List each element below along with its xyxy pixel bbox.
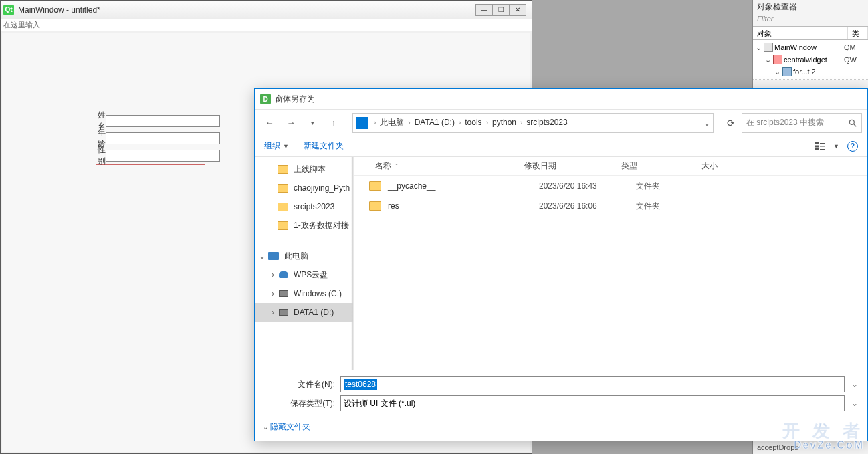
chevron-down-icon[interactable]: ▼ bbox=[833, 143, 839, 150]
save-as-dialog: D 窗体另存为 ← → ▾ ↑ › 此电脑›DATA1 (D:)›tools›p… bbox=[254, 88, 868, 441]
file-name-cell: res bbox=[388, 201, 539, 211]
save-type-value: 设计师 UI 文件 (*.ui) bbox=[344, 398, 415, 409]
tree-expand-icon[interactable]: ⌄ bbox=[754, 43, 762, 52]
tree-node-name: for...t 2 bbox=[793, 68, 844, 76]
folder-tree-item[interactable]: ›DATA1 (D:) bbox=[255, 303, 353, 322]
inspector-filter[interactable]: Filter bbox=[753, 13, 868, 27]
file-list[interactable]: 名称˄ 修改日期 类型 大小 __pycache__2023/6/20 16:4… bbox=[354, 157, 867, 370]
form-layout-widget[interactable]: 姓名 年龄 性别 bbox=[96, 112, 205, 165]
address-dropdown-icon[interactable]: ⌄ bbox=[703, 118, 710, 128]
help-button[interactable]: ? bbox=[847, 141, 858, 152]
file-name-dropdown[interactable]: ⌄ bbox=[849, 380, 861, 389]
dlg-nav-row: ← → ▾ ↑ › 此电脑›DATA1 (D:)›tools›python›sr… bbox=[255, 109, 867, 136]
new-folder-button[interactable]: 新建文件夹 bbox=[304, 140, 344, 152]
tree-caret-icon[interactable]: › bbox=[268, 308, 278, 317]
svg-line-1 bbox=[854, 124, 857, 126]
nav-forward-button[interactable]: → bbox=[282, 114, 300, 132]
chevron-right-icon[interactable]: › bbox=[408, 119, 410, 126]
folder-tree[interactable]: 上线脚本chaojiying_Pythsrcipts20231-政务数据对接⌄此… bbox=[255, 157, 354, 370]
breadcrumb-item[interactable]: tools bbox=[464, 116, 482, 128]
save-type-field[interactable]: 设计师 UI 文件 (*.ui) bbox=[340, 395, 845, 411]
dlg-titlebar: D 窗体另存为 bbox=[255, 89, 867, 109]
minimize-button[interactable]: — bbox=[475, 4, 493, 16]
folder-tree-item[interactable]: chaojiying_Pyth bbox=[255, 179, 353, 197]
folder-tree-item[interactable]: ›WPS云盘 bbox=[255, 265, 353, 284]
breadcrumb-item[interactable]: srcipts2023 bbox=[526, 116, 568, 128]
input-name[interactable] bbox=[106, 115, 220, 127]
save-type-dropdown[interactable]: ⌄ bbox=[849, 399, 861, 408]
chevron-right-icon[interactable]: › bbox=[374, 119, 376, 126]
chevron-down-icon: ▼ bbox=[283, 143, 289, 150]
tree-item-label: chaojiying_Pyth bbox=[294, 183, 350, 193]
chevron-right-icon[interactable]: › bbox=[520, 119, 522, 126]
chevron-right-icon[interactable]: › bbox=[486, 119, 488, 126]
col-name-header[interactable]: 名称˄ bbox=[354, 160, 524, 172]
tree-caret-icon[interactable]: ⌄ bbox=[257, 251, 267, 261]
breadcrumb-item[interactable]: DATA1 (D:) bbox=[414, 116, 455, 128]
tree-caret-icon[interactable]: › bbox=[268, 289, 278, 298]
tree-expand-icon[interactable]: ⌄ bbox=[773, 68, 781, 76]
file-list-row[interactable]: res2023/6/26 16:06文件夹 bbox=[354, 196, 867, 216]
file-name-label: 文件名(N): bbox=[261, 379, 336, 390]
qt-logo-icon: Qt bbox=[3, 5, 14, 15]
layout-icon bbox=[782, 67, 792, 76]
folder-icon bbox=[278, 203, 288, 211]
col-date-header[interactable]: 修改日期 bbox=[524, 160, 621, 172]
organize-menu[interactable]: 组织 ▼ bbox=[264, 140, 289, 152]
inspector-tree[interactable]: ⌄MainWindowQM⌄centralwidgetQW⌄for...t 2 bbox=[753, 40, 868, 80]
search-placeholder: 在 srcipts2023 中搜索 bbox=[746, 117, 844, 128]
tree-node-name: MainWindow bbox=[774, 43, 844, 51]
dlg-fields: 文件名(N): test0628 ⌄ 保存类型(T): 设计师 UI 文件 (*… bbox=[255, 370, 867, 413]
folder-icon bbox=[369, 181, 381, 191]
qt-menubar-hint[interactable]: 在这里输入 bbox=[1, 19, 532, 31]
chevron-down-icon[interactable]: ⌄ bbox=[263, 423, 268, 431]
folder-icon bbox=[278, 221, 288, 230]
widget-icon bbox=[773, 55, 782, 64]
refresh-button[interactable]: ⟳ bbox=[727, 118, 735, 128]
tree-item-label: 1-政务数据对接 bbox=[294, 220, 349, 231]
input-age[interactable] bbox=[106, 132, 220, 144]
chevron-right-icon[interactable]: › bbox=[459, 119, 461, 126]
input-gender[interactable] bbox=[106, 150, 220, 162]
close-button[interactable]: ✕ bbox=[509, 4, 526, 16]
inspector-tree-item[interactable]: ⌄centralwidgetQW bbox=[754, 53, 867, 66]
col-type-header[interactable]: 类型 bbox=[621, 160, 701, 172]
window-icon bbox=[764, 43, 773, 52]
file-type-cell: 文件夹 bbox=[636, 181, 716, 192]
inspector-columns: 对象 类 bbox=[753, 27, 868, 40]
tree-caret-icon[interactable]: › bbox=[268, 270, 278, 279]
svg-rect-3 bbox=[815, 145, 819, 147]
search-box[interactable]: 在 srcipts2023 中搜索 bbox=[742, 113, 862, 133]
nav-back-button[interactable]: ← bbox=[260, 114, 279, 132]
tree-node-name: centralwidget bbox=[784, 55, 844, 64]
tree-item-label: 此电脑 bbox=[284, 251, 308, 262]
folder-tree-item[interactable]: srcipts2023 bbox=[255, 197, 353, 216]
folder-tree-item[interactable]: ›Windows (C:) bbox=[255, 284, 353, 303]
tree-node-class: QM bbox=[844, 43, 867, 51]
breadcrumb-item[interactable]: python bbox=[492, 116, 517, 128]
col-size-header[interactable]: 大小 bbox=[701, 160, 755, 172]
tree-item-label: Windows (C:) bbox=[294, 289, 342, 298]
col-object[interactable]: 对象 bbox=[753, 27, 848, 39]
folder-tree-item[interactable]: ⌄此电脑 bbox=[255, 247, 353, 265]
breadcrumb-item[interactable]: 此电脑 bbox=[379, 116, 405, 128]
nav-recent-dropdown[interactable]: ▾ bbox=[303, 114, 322, 132]
file-name-field[interactable]: test0628 bbox=[340, 376, 845, 392]
view-options-button[interactable] bbox=[815, 141, 825, 152]
nav-up-button[interactable]: ↑ bbox=[324, 114, 343, 132]
svg-rect-4 bbox=[815, 148, 819, 150]
col-class[interactable]: 类 bbox=[848, 27, 868, 39]
file-list-row[interactable]: __pycache__2023/6/20 16:43文件夹 bbox=[354, 176, 867, 196]
inspector-tree-item[interactable]: ⌄for...t 2 bbox=[754, 66, 867, 78]
svg-rect-5 bbox=[820, 143, 825, 144]
tree-expand-icon[interactable]: ⌄ bbox=[764, 55, 772, 64]
address-bar[interactable]: › 此电脑›DATA1 (D:)›tools›python›srcipts202… bbox=[352, 113, 714, 133]
maximize-button[interactable]: ❐ bbox=[492, 4, 510, 16]
drive-icon bbox=[279, 290, 288, 297]
inspector-tree-item[interactable]: ⌄MainWindowQM bbox=[754, 41, 867, 53]
folder-tree-item[interactable]: 上线脚本 bbox=[255, 160, 353, 179]
file-name-cell: __pycache__ bbox=[388, 181, 539, 191]
hide-folders-button[interactable]: 隐藏文件夹 bbox=[270, 421, 310, 433]
folder-tree-item[interactable]: 1-政务数据对接 bbox=[255, 216, 353, 235]
svg-rect-6 bbox=[820, 146, 825, 146]
